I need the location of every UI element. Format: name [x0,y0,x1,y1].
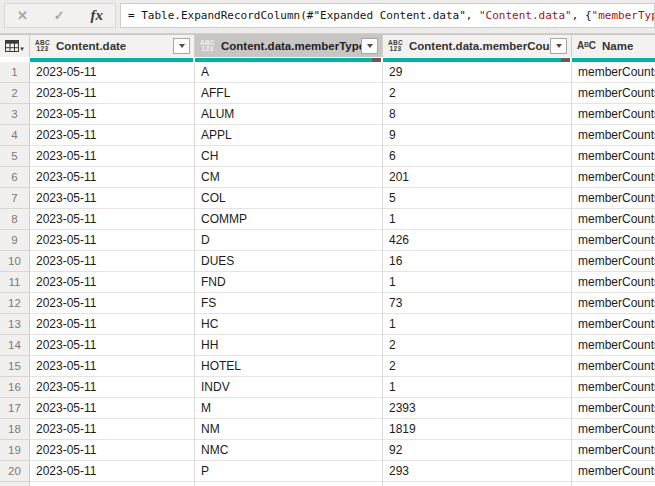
table-cell[interactable]: 2 [383,83,572,104]
table-cell[interactable]: 1 [383,209,572,230]
table-cell[interactable]: 2023-05-11 [30,83,195,104]
table-cell[interactable]: 2023-05-11 [30,167,195,188]
table-cell[interactable]: 2023-05-11 [30,356,195,377]
table-cell[interactable]: memberCounts [572,83,655,104]
filter-button[interactable] [173,38,190,54]
table-cell[interactable]: 2023-05-11 [30,146,195,167]
row-number[interactable]: 5 [0,146,30,167]
row-number[interactable]: 11 [0,272,30,293]
table-cell[interactable]: 2023-05-11 [30,440,195,461]
table-cell[interactable]: memberCounts [572,461,655,482]
table-cell[interactable]: memberCounts [572,251,655,272]
table-cell[interactable]: memberCounts [572,167,655,188]
row-number[interactable]: 1 [0,62,30,83]
row-number[interactable] [0,482,30,486]
column-header-Content.date[interactable]: ABC123Content.date [30,35,195,57]
table-cell[interactable]: memberCounts [572,356,655,377]
table-cell[interactable]: NMC [195,440,383,461]
row-number[interactable]: 15 [0,356,30,377]
table-cell[interactable]: NM [195,419,383,440]
row-number[interactable]: 14 [0,335,30,356]
table-cell[interactable]: 73 [383,293,572,314]
table-cell[interactable]: AFFL [195,83,383,104]
table-cell[interactable]: memberCounts [572,104,655,125]
filter-button[interactable] [550,38,567,54]
table-cell[interactable]: 2023-05-11 [30,230,195,251]
row-number[interactable]: 10 [0,251,30,272]
row-number[interactable]: 12 [0,293,30,314]
table-cell[interactable]: memberCounts [572,125,655,146]
row-number[interactable]: 20 [0,461,30,482]
table-cell[interactable]: memberCounts [572,293,655,314]
column-header-Content.data.memberCount[interactable]: ABC123Content.data.memberCount [383,35,572,57]
table-cell[interactable] [30,482,195,486]
table-cell[interactable]: 6 [383,146,572,167]
table-cell[interactable]: FND [195,272,383,293]
table-cell[interactable]: COL [195,188,383,209]
table-cell[interactable]: A [195,62,383,83]
table-cell[interactable]: 16 [383,251,572,272]
table-cell[interactable]: 2023-05-11 [30,272,195,293]
table-cell[interactable]: 2023-05-11 [30,398,195,419]
table-cell[interactable]: memberCounts [572,377,655,398]
table-cell[interactable]: 1 [383,314,572,335]
row-number[interactable]: 3 [0,104,30,125]
table-cell[interactable]: 201 [383,167,572,188]
table-cell[interactable]: ALUM [195,104,383,125]
table-cell[interactable]: P [195,461,383,482]
table-cell[interactable] [383,482,572,486]
table-cell[interactable]: CH [195,146,383,167]
fx-icon[interactable]: fx [91,7,104,24]
table-cell[interactable]: CM [195,167,383,188]
table-cell[interactable]: 2023-05-11 [30,377,195,398]
table-cell[interactable]: 2023-05-11 [30,251,195,272]
table-cell[interactable]: INDV [195,377,383,398]
table-cell[interactable]: 2023-05-11 [30,314,195,335]
table-cell[interactable]: DUES [195,251,383,272]
table-cell[interactable]: 2023-05-11 [30,209,195,230]
table-cell[interactable]: 2023-05-11 [30,125,195,146]
table-cell[interactable]: memberCounts [572,440,655,461]
table-cell[interactable]: M [195,398,383,419]
table-cell[interactable]: memberCounts [572,335,655,356]
table-cell[interactable] [195,482,383,486]
column-header-Name[interactable]: AᴮCName [572,35,655,57]
table-cell[interactable]: 2023-05-11 [30,461,195,482]
table-cell[interactable]: memberCounts [572,272,655,293]
table-cell[interactable]: 92 [383,440,572,461]
table-cell[interactable]: APPL [195,125,383,146]
table-cell[interactable]: 29 [383,62,572,83]
table-cell[interactable]: memberCounts [572,146,655,167]
table-cell[interactable]: 2023-05-11 [30,62,195,83]
table-cell[interactable]: 2023-05-11 [30,335,195,356]
column-header-Content.data.memberType[interactable]: ABC123Content.data.memberType [195,35,383,57]
table-cell[interactable]: 1819 [383,419,572,440]
row-number[interactable]: 17 [0,398,30,419]
table-cell[interactable]: memberCounts [572,314,655,335]
row-number[interactable]: 6 [0,167,30,188]
table-cell[interactable]: memberCounts [572,62,655,83]
row-number[interactable]: 16 [0,377,30,398]
cancel-icon[interactable]: ✕ [17,8,28,23]
table-cell[interactable]: 9 [383,125,572,146]
row-number[interactable]: 7 [0,188,30,209]
table-cell[interactable]: 1 [383,272,572,293]
table-cell[interactable]: HOTEL [195,356,383,377]
table-menu-button[interactable]: ▾ [0,35,30,57]
table-cell[interactable] [572,482,655,486]
table-cell[interactable]: 2 [383,356,572,377]
table-cell[interactable]: 2023-05-11 [30,293,195,314]
row-number[interactable]: 4 [0,125,30,146]
table-cell[interactable]: 2023-05-11 [30,419,195,440]
table-cell[interactable]: 426 [383,230,572,251]
commit-icon[interactable]: ✓ [54,8,65,23]
table-cell[interactable]: memberCounts [572,230,655,251]
table-cell[interactable]: 5 [383,188,572,209]
table-cell[interactable]: 1 [383,377,572,398]
formula-input[interactable]: = Table.ExpandRecordColumn(#"Expanded Co… [120,3,655,28]
row-number[interactable]: 19 [0,440,30,461]
filter-button[interactable] [361,38,378,54]
row-number[interactable]: 2 [0,83,30,104]
row-number[interactable]: 9 [0,230,30,251]
table-cell[interactable]: memberCounts [572,398,655,419]
